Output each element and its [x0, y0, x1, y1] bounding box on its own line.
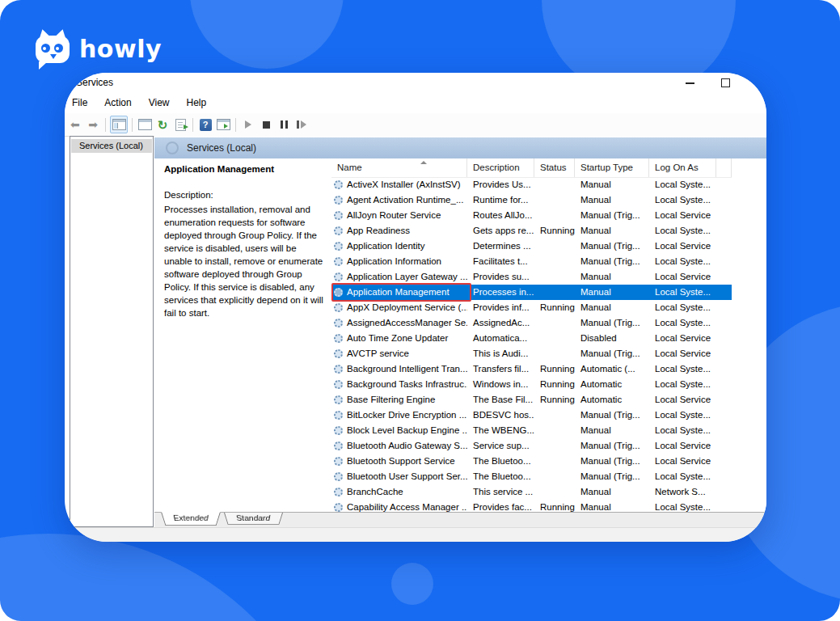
menu-item-view[interactable]: View: [145, 95, 174, 110]
service-row[interactable]: Application ManagementProcesses in...Man…: [331, 285, 732, 300]
menu-item-help[interactable]: Help: [183, 95, 211, 110]
service-name-cell: AllJoyn Router Service: [331, 208, 467, 223]
service-row[interactable]: Background Intelligent Tran...Transfers …: [331, 361, 732, 377]
service-row[interactable]: AllJoyn Router ServiceRoutes AllJo...Man…: [331, 208, 732, 223]
service-gear-icon: [334, 334, 343, 343]
service-gear-icon: [334, 272, 343, 281]
tab-extended[interactable]: Extended: [161, 512, 221, 526]
service-row[interactable]: AssignedAccessManager Se...AssignedAc...…: [331, 315, 732, 331]
service-row[interactable]: App ReadinessGets apps re...RunningManua…: [331, 223, 732, 239]
service-log-on-as-cell: Local Service: [649, 392, 716, 408]
pause-service-icon[interactable]: [276, 116, 292, 133]
service-status-cell: [534, 454, 575, 469]
service-startup-type-cell: Manual (Trig...: [575, 454, 649, 469]
service-row[interactable]: AVCTP serviceThis is Audi...Manual (Trig…: [331, 346, 732, 361]
column-header-name[interactable]: Name: [331, 158, 467, 177]
service-gear-icon: [334, 426, 343, 435]
service-startup-type-cell: Manual: [575, 300, 649, 315]
column-header-status[interactable]: Status: [534, 158, 575, 177]
service-description-cell: BDESVC hos...: [467, 408, 534, 423]
column-header-startup-type[interactable]: Startup Type: [575, 158, 649, 177]
service-status-cell: [534, 208, 575, 223]
service-row[interactable]: Agent Activation Runtime_...Runtime for.…: [331, 192, 732, 208]
refresh-icon[interactable]: ↻: [154, 116, 171, 133]
column-header-description[interactable]: Description: [467, 158, 534, 177]
service-status-cell: [534, 315, 575, 331]
help-icon[interactable]: ?: [197, 116, 213, 133]
menu-bar: FileActionViewHelp: [65, 92, 766, 113]
show-action-pane-icon[interactable]: [215, 116, 231, 133]
service-row[interactable]: Application Layer Gateway ...Provides su…: [331, 269, 732, 285]
menu-item-file[interactable]: File: [68, 95, 91, 110]
stop-service-icon[interactable]: [258, 116, 274, 133]
restart-service-icon[interactable]: [293, 116, 310, 133]
service-description-cell: Determines ...: [467, 239, 534, 254]
services-table-header: Name Description Status Startup Type Log…: [331, 158, 732, 178]
howly-logo-text: howly: [79, 35, 162, 63]
service-row[interactable]: Bluetooth User Support Ser...The Bluetoo…: [331, 469, 732, 484]
show-console-tree-icon[interactable]: [110, 116, 128, 133]
service-startup-type-cell: Automatic: [575, 377, 649, 392]
service-description-cell: Gets apps re...: [467, 223, 534, 239]
service-name-cell: Application Information: [331, 254, 467, 269]
service-row[interactable]: Application InformationFacilitates t...M…: [331, 254, 732, 269]
service-description-cell: Provides fac...: [467, 500, 534, 512]
service-description-cell: Transfers fil...: [467, 361, 534, 377]
service-name-cell: Application Management: [331, 285, 467, 300]
toolbar-separator: [192, 118, 193, 132]
export-list-icon[interactable]: [172, 116, 188, 133]
service-log-on-as-cell: Local Syste...: [649, 423, 716, 438]
service-row[interactable]: Auto Time Zone UpdaterAutomatica...Disab…: [331, 331, 732, 346]
service-log-on-as-cell: Local Syste...: [649, 254, 716, 269]
back-icon[interactable]: ➡: [67, 116, 83, 133]
service-log-on-as-cell: Local Syste...: [649, 469, 716, 484]
service-gear-icon: [334, 472, 343, 481]
service-gear-icon: [334, 441, 343, 450]
column-header-log-on-as[interactable]: Log On As: [649, 158, 716, 177]
column-header-filler: [716, 158, 732, 177]
service-row[interactable]: ActiveX Installer (AxInstSV)Provides Us.…: [331, 177, 732, 192]
minimize-button[interactable]: [686, 82, 694, 84]
service-name-cell: Base Filtering Engine: [331, 392, 467, 408]
service-gear-icon: [334, 180, 343, 189]
description-text: Processes installation, removal and enum…: [164, 203, 326, 319]
service-name-cell: Background Intelligent Tran...: [331, 361, 467, 377]
services-window: Services FileActionViewHelp ➡➡↻? Service…: [65, 73, 766, 542]
service-log-on-as-cell: Local Syste...: [649, 408, 716, 423]
service-row[interactable]: Bluetooth Audio Gateway S...Service sup.…: [331, 438, 732, 454]
service-log-on-as-cell: Local Syste...: [649, 223, 716, 239]
service-row[interactable]: Background Tasks Infrastruc...Windows in…: [331, 377, 732, 392]
service-gear-icon: [334, 380, 343, 389]
services-header-icon: [166, 142, 179, 154]
title-bar[interactable]: Services: [65, 73, 766, 92]
service-description-cell: The Bluetoo...: [467, 469, 534, 484]
service-row[interactable]: Application IdentityDetermines ...Manual…: [331, 239, 732, 254]
maximize-button[interactable]: [721, 78, 730, 87]
service-row[interactable]: Capability Access Manager ...Provides fa…: [331, 500, 732, 512]
forward-icon[interactable]: ➡: [85, 116, 101, 133]
menu-item-action[interactable]: Action: [100, 95, 135, 110]
service-startup-type-cell: Automatic (...: [575, 361, 649, 377]
properties-icon[interactable]: [137, 116, 153, 133]
decor-circle: [190, 0, 344, 69]
service-log-on-as-cell: Local Service: [649, 346, 716, 361]
toolbar-separator: [235, 118, 236, 132]
service-row[interactable]: Bluetooth Support ServiceThe Bluetoo...M…: [331, 454, 732, 469]
view-tabs-bar: ExtendedStandard: [154, 512, 766, 528]
service-row[interactable]: Base Filtering EngineThe Base Fil...Runn…: [331, 392, 732, 408]
service-status-cell: Running: [534, 392, 575, 408]
service-row[interactable]: BitLocker Drive Encryption ...BDESVC hos…: [331, 408, 732, 423]
service-row[interactable]: BranchCacheThis service ...ManualNetwork…: [331, 484, 732, 500]
tree-item-services-local[interactable]: Services (Local): [71, 139, 152, 153]
start-service-icon[interactable]: [240, 116, 256, 133]
howly-logo: howly: [36, 29, 162, 68]
service-startup-type-cell: Manual (Trig...: [575, 208, 649, 223]
service-row[interactable]: AppX Deployment Service (...Provides inf…: [331, 300, 732, 315]
service-description-cell: AssignedAc...: [467, 315, 534, 331]
service-name-cell: Background Tasks Infrastruc...: [331, 377, 467, 392]
tab-standard[interactable]: Standard: [224, 513, 283, 525]
service-startup-type-cell: Manual: [575, 269, 649, 285]
service-description-cell: The Bluetoo...: [467, 454, 534, 469]
service-row[interactable]: Block Level Backup Engine ...The WBENG..…: [331, 423, 732, 438]
service-name-cell: Bluetooth Support Service: [331, 454, 467, 469]
